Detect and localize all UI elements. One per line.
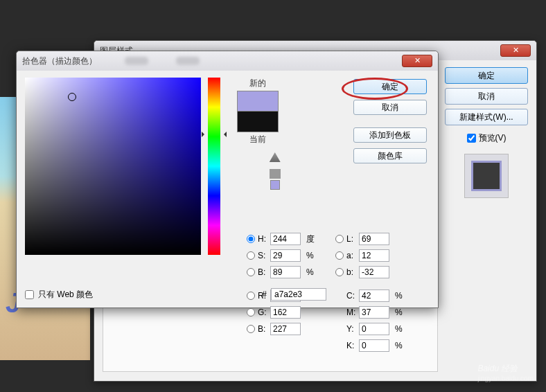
s-input[interactable] (270, 249, 301, 262)
hex-input[interactable] (271, 288, 326, 301)
h-input[interactable] (270, 233, 301, 245)
mode-h-radio[interactable] (247, 235, 255, 243)
mode-a-radio[interactable] (335, 251, 344, 260)
web-only-label: 只有 Web 颜色 (38, 289, 93, 301)
pct-unit: % (394, 308, 407, 317)
current-color-label: 当前 (249, 134, 266, 145)
pct-unit: % (394, 324, 407, 334)
mode-bc-radio[interactable] (247, 325, 255, 333)
cancel-button[interactable]: 取消 (445, 88, 528, 105)
bv-input[interactable] (270, 266, 301, 278)
layer-preview-swatch (464, 154, 509, 198)
g-label: G: (258, 308, 269, 317)
websafe-warning-icon[interactable] (270, 169, 281, 179)
color-libraries-button[interactable]: 颜色库 (353, 148, 427, 163)
new-color-swatch (237, 91, 279, 112)
b-label: b: (346, 267, 358, 277)
pct-unit: % (305, 251, 319, 260)
ok-button[interactable]: 确定 (445, 67, 528, 84)
preview-checkbox[interactable] (467, 134, 476, 143)
bc-label: B: (258, 324, 269, 334)
mode-l-radio[interactable] (335, 235, 344, 243)
sv-cursor-icon (68, 93, 76, 101)
h-label: H: (258, 234, 269, 244)
a-label: a: (346, 251, 358, 260)
k-input[interactable] (359, 339, 389, 352)
layer-style-side-panel: 确定 取消 新建样式(W)... 预览(V) (445, 67, 528, 372)
current-color-swatch[interactable] (237, 112, 279, 132)
mode-g-radio[interactable] (247, 308, 255, 317)
close-icon[interactable]: ✕ (402, 55, 432, 67)
m-input[interactable] (359, 306, 389, 319)
new-color-label: 新的 (249, 78, 266, 89)
preview-toggle[interactable]: 预览(V) (445, 132, 528, 144)
l-input[interactable] (359, 233, 389, 245)
color-picker-dialog: 拾色器（描边颜色） ✕ 新的 当前 确定 取消 添加到色 (16, 51, 439, 308)
hue-slider[interactable] (208, 78, 220, 255)
l-label: L: (346, 234, 358, 244)
preview-label: 预览(V) (479, 132, 507, 144)
m-label: M: (346, 308, 358, 317)
k-label: K: (346, 341, 358, 350)
pct-unit: % (394, 341, 407, 350)
layer-preview-swatch-inner (471, 161, 502, 191)
new-style-button[interactable]: 新建样式(W)... (445, 109, 528, 125)
cancel-button[interactable]: 取消 (353, 100, 427, 115)
add-swatch-button[interactable]: 添加到色板 (353, 127, 427, 143)
pct-unit: % (305, 267, 319, 277)
saturation-value-field[interactable] (25, 78, 201, 255)
gamut-warning-icon[interactable] (270, 152, 281, 162)
deg-unit: 度 (305, 233, 319, 245)
y-input[interactable] (359, 323, 389, 335)
s-label: S: (258, 251, 269, 260)
a-input[interactable] (359, 249, 389, 262)
mode-bv-radio[interactable] (247, 268, 255, 276)
g-input[interactable] (270, 306, 301, 319)
mode-b-radio[interactable] (335, 268, 344, 276)
bc-input[interactable] (270, 323, 301, 335)
mode-s-radio[interactable] (247, 251, 255, 260)
color-picker-titlebar[interactable]: 拾色器（描边颜色） ✕ (17, 51, 438, 71)
color-picker-title: 拾色器（描边颜色） (22, 55, 97, 67)
b-input[interactable] (359, 266, 389, 278)
websafe-swatch[interactable] (270, 180, 280, 190)
close-icon[interactable]: ✕ (500, 44, 531, 57)
y-label: Y: (346, 324, 358, 334)
hex-prefix: # (262, 289, 267, 299)
bv-label: B: (258, 267, 269, 277)
web-only-checkbox[interactable] (25, 290, 34, 299)
ok-button[interactable]: 确定 (353, 79, 427, 94)
